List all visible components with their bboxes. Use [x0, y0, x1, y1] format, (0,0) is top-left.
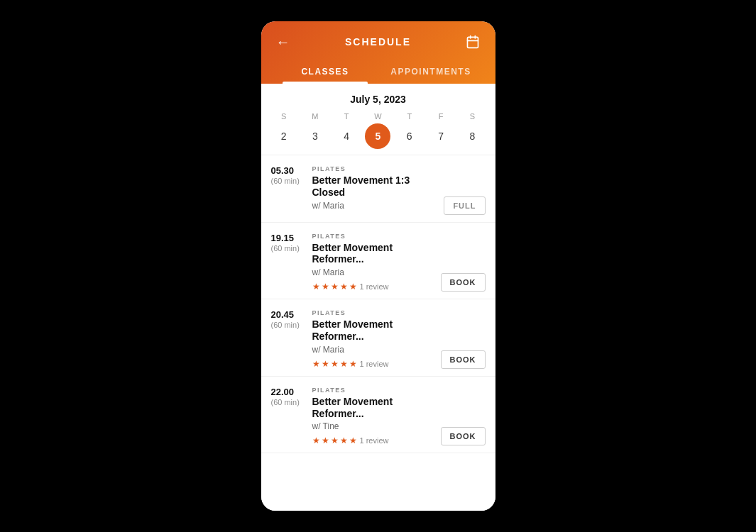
class-time-main-3: 20.45	[271, 309, 312, 320]
class-category-4: PILATES	[312, 387, 435, 394]
class-category-1: PILATES	[312, 165, 437, 172]
class-time-1: 05.30 (60 min)	[271, 165, 312, 215]
calendar-days-header: S M T W T F S	[268, 112, 488, 121]
class-time-3: 20.45 (60 min)	[271, 309, 312, 369]
day-label-s1: S	[271, 112, 297, 121]
class-reviews-3: ★ ★ ★ ★ ★ 1 review	[312, 359, 435, 369]
back-button[interactable]: ←	[273, 31, 294, 52]
star2: ★	[322, 282, 329, 292]
stars-4: ★ ★ ★ ★ ★	[312, 436, 357, 445]
phone-screen: ← SCHEDULE CLASSES APPOINTMENTS July 5, …	[261, 21, 495, 511]
header-top: ← SCHEDULE	[273, 31, 484, 52]
class-instructor-3: w/ Maria	[312, 345, 435, 355]
date-5[interactable]: 5	[365, 123, 390, 149]
page-title: SCHEDULE	[345, 36, 411, 48]
star3: ★	[331, 436, 339, 445]
review-count-3: 1 review	[360, 360, 389, 368]
svg-rect-0	[468, 37, 478, 48]
review-count-4: 1 review	[360, 436, 389, 445]
class-category-3: PILATES	[312, 309, 435, 316]
date-6[interactable]: 6	[397, 123, 422, 149]
class-item-4: 22.00 (60 min) PILATES Better Movement R…	[261, 377, 495, 454]
day-label-s2: S	[459, 112, 485, 121]
star2: ★	[322, 359, 329, 369]
calendar-date-title: July 5, 2023	[268, 94, 488, 105]
class-action-2: BOOK	[441, 233, 486, 292]
day-label-m: M	[302, 112, 328, 121]
header: ← SCHEDULE CLASSES APPOINTMENTS	[261, 21, 495, 84]
class-duration-2: (60 min)	[271, 244, 312, 253]
full-button-1[interactable]: FULL	[444, 196, 485, 215]
stars-3: ★ ★ ★ ★ ★	[312, 359, 357, 369]
class-time-main-4: 22.00	[271, 387, 312, 397]
date-3[interactable]: 3	[302, 123, 328, 149]
day-label-f: F	[428, 112, 454, 121]
star5: ★	[349, 282, 357, 292]
star1: ★	[312, 282, 320, 292]
class-time-main-1: 05.30	[271, 165, 312, 176]
class-action-1: FULL	[443, 165, 486, 215]
day-label-t2: T	[397, 112, 422, 121]
star5: ★	[349, 359, 357, 369]
review-count-2: 1 review	[360, 282, 389, 291]
day-label-w: W	[365, 112, 390, 121]
class-item-1: 05.30 (60 min) PILATES Better Movement 1…	[261, 155, 495, 223]
main-content: July 5, 2023 S M T W T F S 2 3 4 5 6 7 8	[261, 84, 495, 511]
star1: ★	[312, 436, 320, 445]
star4: ★	[340, 282, 348, 292]
star4: ★	[340, 436, 348, 445]
tab-appointments[interactable]: APPOINTMENTS	[378, 60, 484, 84]
class-name-1: Better Movement 1:3 Closed	[312, 174, 437, 199]
class-name-2: Better Movement Reformer...	[312, 242, 435, 266]
book-button-2[interactable]: BOOK	[441, 273, 486, 292]
date-7[interactable]: 7	[428, 123, 454, 149]
date-4[interactable]: 4	[334, 123, 359, 149]
class-time-2: 19.15 (60 min)	[271, 233, 312, 292]
class-reviews-2: ★ ★ ★ ★ ★ 1 review	[312, 282, 435, 292]
calendar-section: July 5, 2023 S M T W T F S 2 3 4 5 6 7 8	[261, 84, 495, 155]
calendar-icon[interactable]	[462, 31, 483, 52]
tabs: CLASSES APPOINTMENTS	[273, 60, 484, 84]
calendar-dates: 2 3 4 5 6 7 8	[268, 123, 488, 149]
class-info-3: PILATES Better Movement Reformer... w/ M…	[312, 309, 441, 369]
class-time-main-2: 19.15	[271, 233, 312, 243]
class-info-2: PILATES Better Movement Reformer... w/ M…	[312, 233, 441, 292]
star3: ★	[331, 282, 339, 292]
class-instructor-1: w/ Maria	[312, 201, 437, 211]
class-name-3: Better Movement Reformer...	[312, 318, 435, 343]
class-info-4: PILATES Better Movement Reformer... w/ T…	[312, 387, 441, 446]
book-button-4[interactable]: BOOK	[441, 427, 486, 445]
day-label-t1: T	[334, 112, 359, 121]
class-duration-1: (60 min)	[271, 177, 312, 185]
stars-2: ★ ★ ★ ★ ★	[312, 282, 357, 292]
star5: ★	[349, 436, 357, 445]
star3: ★	[331, 359, 339, 369]
class-info-1: PILATES Better Movement 1:3 Closed w/ Ma…	[312, 165, 443, 215]
date-8[interactable]: 8	[459, 123, 485, 149]
star4: ★	[340, 359, 348, 369]
tab-classes[interactable]: CLASSES	[273, 60, 378, 84]
class-category-2: PILATES	[312, 233, 435, 240]
star2: ★	[322, 436, 329, 445]
class-duration-4: (60 min)	[271, 398, 312, 406]
class-item-2: 19.15 (60 min) PILATES Better Movement R…	[261, 223, 495, 300]
book-button-3[interactable]: BOOK	[441, 350, 486, 369]
class-action-3: BOOK	[441, 309, 486, 369]
class-time-4: 22.00 (60 min)	[271, 387, 312, 446]
star1: ★	[312, 359, 320, 369]
class-instructor-2: w/ Maria	[312, 267, 435, 277]
class-duration-3: (60 min)	[271, 321, 312, 329]
class-instructor-4: w/ Tine	[312, 421, 435, 431]
class-action-4: BOOK	[441, 387, 486, 446]
date-2[interactable]: 2	[271, 123, 297, 149]
class-item-3: 20.45 (60 min) PILATES Better Movement R…	[261, 299, 495, 377]
class-reviews-4: ★ ★ ★ ★ ★ 1 review	[312, 436, 435, 445]
class-name-4: Better Movement Reformer...	[312, 396, 435, 420]
